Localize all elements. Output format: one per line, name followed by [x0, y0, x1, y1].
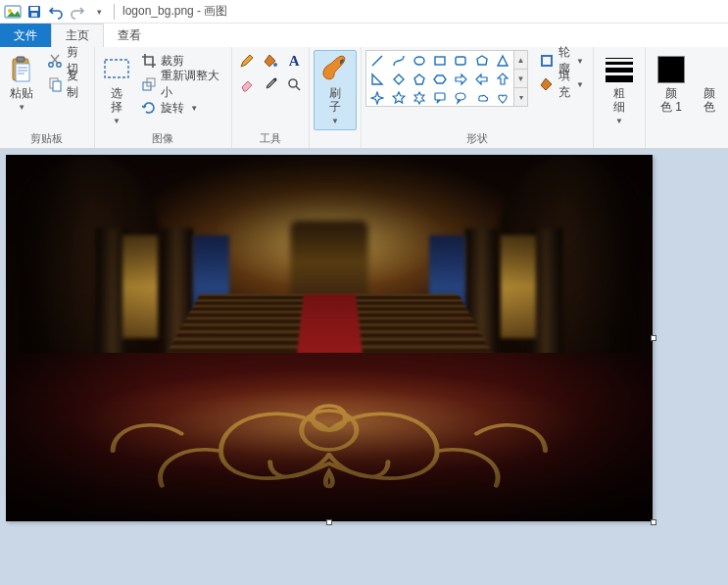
canvas-image	[6, 155, 653, 521]
paste-button[interactable]: 粘贴▼	[4, 50, 40, 130]
brushes-button[interactable]: 刷 子▼	[314, 50, 357, 130]
paste-label: 粘贴	[10, 86, 33, 100]
group-brushes-label	[314, 131, 357, 147]
chevron-down-icon: ▼	[18, 101, 25, 115]
shape-heart[interactable]	[493, 89, 512, 107]
shape-star4[interactable]	[367, 89, 387, 107]
canvas[interactable]	[6, 155, 653, 521]
group-clipboard-label: 剪贴板	[4, 131, 90, 147]
redo-button[interactable]	[67, 1, 88, 23]
pencil-tool[interactable]	[236, 50, 258, 72]
svg-point-18	[414, 57, 424, 65]
copy-button[interactable]: 复制	[42, 73, 90, 95]
titlebar: ▾ logon_bg.png - 画图	[0, 0, 728, 24]
save-button[interactable]	[24, 1, 45, 23]
chevron-down-icon: ▼	[190, 104, 198, 113]
shape-arrow-right[interactable]	[451, 71, 470, 88]
gallery-down[interactable]: ▼	[514, 70, 527, 88]
group-image-label: 图像	[99, 131, 227, 147]
svg-rect-3	[30, 7, 38, 11]
shapes-gallery-scroll[interactable]: ▲▼▾	[514, 50, 528, 107]
fill-button[interactable]: 填充▼	[534, 73, 589, 95]
shape-triangle[interactable]	[493, 52, 512, 70]
shape-diamond[interactable]	[388, 71, 408, 88]
color-picker-tool[interactable]	[260, 73, 281, 95]
shape-polygon[interactable]	[472, 52, 492, 70]
shape-oval[interactable]	[410, 52, 429, 70]
color1-button[interactable]: 颜 色 1	[650, 50, 693, 130]
chevron-down-icon: ▼	[113, 115, 121, 128]
group-shapes: ▲▼▾ 轮廓▼ 填充▼ 形状	[362, 47, 594, 148]
canvas-workspace[interactable]	[0, 149, 728, 585]
gallery-up[interactable]: ▲	[514, 51, 527, 70]
shape-rect[interactable]	[430, 52, 450, 70]
gallery-more[interactable]: ▾	[514, 88, 527, 106]
svg-rect-21	[435, 93, 445, 100]
tab-view[interactable]: 查看	[104, 24, 155, 47]
svg-point-15	[273, 63, 277, 67]
qat-customize[interactable]: ▾	[88, 1, 110, 23]
shape-curve[interactable]	[388, 52, 408, 70]
ribbon-tabs: 文件 主页 查看	[0, 24, 728, 47]
text-tool[interactable]: A	[283, 50, 305, 72]
color2-button[interactable]: 颜 色	[695, 50, 724, 130]
shape-star6[interactable]	[410, 89, 429, 107]
svg-point-8	[48, 63, 52, 67]
svg-point-22	[456, 93, 465, 100]
shape-arrow-left[interactable]	[472, 71, 492, 88]
select-button[interactable]: 选 择▼	[99, 50, 135, 130]
shape-hexagon[interactable]	[430, 71, 450, 88]
chevron-down-icon: ▼	[615, 115, 623, 128]
document-title: logon_bg.png - 画图	[119, 3, 227, 20]
app-icon[interactable]	[2, 1, 24, 23]
undo-button[interactable]	[45, 1, 67, 23]
group-image: 选 择▼ 裁剪 重新调整大小 旋转▼ 图像	[95, 47, 232, 148]
shape-round-rect[interactable]	[451, 52, 470, 70]
select-label: 选 择	[111, 86, 122, 114]
tab-file[interactable]: 文件	[0, 24, 51, 47]
resize-handle-corner[interactable]	[651, 519, 656, 525]
svg-point-9	[56, 63, 60, 67]
resize-handle-bottom[interactable]	[326, 519, 332, 525]
titlebar-separator	[114, 4, 115, 20]
color1-label: 颜 色 1	[660, 86, 682, 114]
shape-right-triangle[interactable]	[367, 71, 387, 88]
rotate-button[interactable]: 旋转▼	[136, 97, 227, 119]
shape-star5[interactable]	[388, 89, 408, 107]
shapes-gallery[interactable]	[365, 50, 514, 107]
app-name: 画图	[204, 4, 227, 18]
scissors-icon	[47, 53, 63, 69]
rotate-icon	[141, 100, 157, 116]
group-brushes: 刷 子▼	[310, 47, 362, 148]
shape-pentagon[interactable]	[410, 71, 429, 88]
shape-arrow-up[interactable]	[493, 71, 512, 88]
svg-point-17	[289, 79, 297, 87]
resize-handle-right[interactable]	[651, 335, 656, 341]
quick-access-toolbar: ▾	[2, 1, 110, 23]
crop-label: 裁剪	[161, 53, 184, 70]
filename: logon_bg.png	[122, 4, 194, 18]
crop-icon	[141, 53, 157, 69]
svg-rect-23	[542, 56, 552, 66]
resize-button[interactable]: 重新调整大小	[136, 73, 227, 95]
group-shapes-label: 形状	[365, 131, 589, 147]
magnifier-tool[interactable]	[283, 73, 305, 95]
svg-rect-7	[16, 64, 29, 81]
svg-point-1	[8, 9, 12, 13]
shape-callout-oval[interactable]	[451, 89, 470, 107]
shape-callout-cloud[interactable]	[472, 89, 492, 107]
fill-tool[interactable]	[260, 50, 281, 72]
shape-line[interactable]	[367, 52, 387, 70]
resize-icon	[141, 76, 157, 92]
svg-rect-12	[105, 60, 128, 77]
group-colors: 颜 色 1 颜 色	[646, 47, 728, 148]
eraser-tool[interactable]	[236, 73, 258, 95]
svg-rect-6	[17, 57, 24, 62]
svg-point-16	[274, 78, 277, 81]
chevron-down-icon: ▼	[331, 115, 339, 128]
size-button[interactable]: 粗 细▼	[598, 50, 641, 130]
brushes-label: 刷 子	[329, 86, 341, 114]
shape-callout-rect[interactable]	[430, 89, 450, 107]
copy-label: 复制	[67, 68, 85, 101]
group-clipboard: 粘贴▼ 剪切 复制 剪贴板	[0, 47, 95, 148]
